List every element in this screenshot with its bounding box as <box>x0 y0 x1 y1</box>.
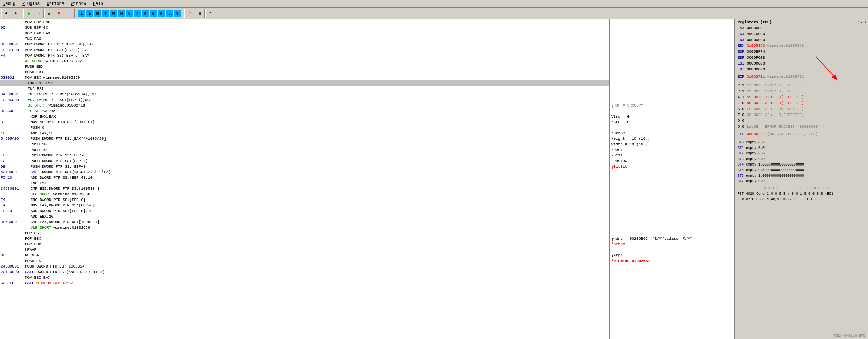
instr: CMP EAX,DWORD PTR DS:[1005338] <box>25 219 99 225</box>
disasm-line-call-winmine[interactable]: CFFFFF CALL winmine.010026A7 <box>0 280 609 286</box>
disasm-line[interactable]: FC 10 ADD DWORD PTR SS:[EBP-4],10 <box>0 175 609 180</box>
disasm-line[interactable]: ADD EBX,20 <box>0 214 609 219</box>
disasm-line[interactable]: PUSH ESI <box>0 258 609 264</box>
disasm-line[interactable]: F4 MOV DWORD PTR SS:[EBP-C],EAX <box>0 53 609 58</box>
flag-d-val: 0 <box>742 119 744 123</box>
disasm-scroll[interactable]: MOV EBP,ESP 0C SUB ESP,0C XOR EAX,EAX IN… <box>0 19 609 339</box>
tb-l[interactable]: L <box>78 10 85 17</box>
annot-height: Height = 10 (16.) <box>610 136 734 142</box>
disasm-line[interactable]: 00CC00 ┌PUSH 0CC0020 <box>0 108 609 114</box>
disasm-line-call-getdc[interactable]: 2C1 00001 CALL DWORD PTR DS:[<&USER32.Ge… <box>0 269 609 275</box>
disasm-line[interactable]: JL SHORT winmine.0100272A <box>0 58 609 64</box>
menu-plugins[interactable]: Plugins <box>21 1 41 7</box>
annot-width: Width = 10 (16.) <box>610 142 734 147</box>
disasm-line[interactable]: 530001 MOV EBX,winmine.01005360 <box>0 75 609 80</box>
disasm-line[interactable]: PUSH EBX <box>0 64 609 69</box>
disasm-line[interactable]: INC ESI <box>0 86 609 92</box>
disasm-line[interactable]: 5 205A00 PUSH DWORD PTR DS:[EAX*4+1005A2… <box>0 136 609 142</box>
disasm-line[interactable]: FC PUSH DWORD PTR SS:[EBP-4] <box>0 158 609 164</box>
addr <box>1 58 25 64</box>
tb-slash[interactable]: / <box>134 10 141 17</box>
disasm-line[interactable]: F4 MOV EAX,DWORD PTR SS:[EBP-C] <box>0 203 609 208</box>
disasm-line[interactable]: POP EBX <box>0 236 609 241</box>
disasm-line[interactable]: 34530001 CMP DWORD PTR DS:[1005334],ESI <box>0 92 609 97</box>
annot-scroll: ┌ROP = SRCCOPY VSrc = 0 XSro = 0 hSrcDC … <box>610 19 734 339</box>
disasm-line[interactable]: LEAVE <box>0 247 609 253</box>
disasm-line[interactable]: MOV ESI,EAX <box>0 275 609 280</box>
disasm-line[interactable]: PUSH EBX <box>0 69 609 75</box>
instr: MOV EBX,winmine.01005360 <box>25 75 94 80</box>
disasm-line[interactable]: 1F AND EAX,1F <box>0 130 609 136</box>
tb-r[interactable]: R <box>158 10 165 17</box>
reg-nav-left[interactable]: ‹ <box>857 20 859 24</box>
tb-w[interactable]: W <box>110 10 117 17</box>
disasm-line[interactable]: JLE SHORT winmine.010026C9 <box>0 225 609 230</box>
tb-k[interactable]: K <box>142 10 149 17</box>
tb-dots[interactable]: ... <box>166 10 173 17</box>
disasm-line[interactable]: 00 RETN 4 <box>0 253 609 258</box>
tb-grid[interactable]: ▦ <box>196 9 205 18</box>
disasm-line[interactable]: 38530001 CMP EAX,DWORD PTR DS:[1005338] <box>0 219 609 225</box>
disasm-line-call-bitblt[interactable]: 5C100001 CALL DWORD PTR DS:[<&GDI32.BitB… <box>0 169 609 175</box>
disasm-line[interactable]: 34530001 CMP ESI,DWORD PTR DS:[1005334] <box>0 186 609 192</box>
tb-t[interactable]: T <box>102 10 109 17</box>
flag-p-name: P <box>738 89 742 93</box>
disasm-line[interactable]: F8 37000 MOV DWORD PTR SS:[EBP-8],37 <box>0 47 609 53</box>
disasm-line[interactable]: XOR EAX,EAX <box>0 31 609 36</box>
addr: 530001 <box>1 75 25 80</box>
disasm-line[interactable]: XOR EAX,EAX <box>0 114 609 119</box>
tb-restart[interactable]: ↺ <box>44 9 53 18</box>
disasm-panel[interactable]: MOV EBP,ESP 0C SUB ESP,0C XOR EAX,EAX IN… <box>0 19 610 339</box>
disasm-line[interactable]: POP ESI <box>0 230 609 236</box>
disasm-line[interactable]: 08 PUSH DWORD PTR SS:[EBP+8] <box>0 164 609 169</box>
disasm-line[interactable]: F8 10 ADD DWORD PTR SS:[EBP-8],10 <box>0 208 609 214</box>
disasm-line[interactable]: POP EBX <box>0 241 609 247</box>
disasm-line[interactable]: MOV EBP,ESP <box>0 19 609 25</box>
menu-window[interactable]: Window <box>70 1 87 7</box>
disasm-line[interactable]: PUSH 10 <box>0 142 609 147</box>
tb-e[interactable]: E <box>86 10 93 17</box>
menu-debug[interactable]: Debug <box>1 1 17 7</box>
toolbar-sep-3 <box>183 9 185 18</box>
reg-edi-name: EDI <box>738 67 747 71</box>
disasm-line[interactable]: 3 MOV AL,BYTE PTR DS:[EBX+ESI] <box>0 119 609 125</box>
tb-b[interactable]: B <box>150 10 157 17</box>
addr <box>1 142 25 147</box>
tb-left-arrow[interactable]: ◄ <box>1 9 10 18</box>
flag-c-val: 1 <box>742 83 747 87</box>
addr: 5C100001 <box>1 169 25 175</box>
tb-s[interactable]: S <box>174 10 181 17</box>
annot-text: VSrc = 0 <box>611 115 630 119</box>
disasm-line[interactable]: FC 0C000 MOV DWORD PTR SS:[EBP-4],0C <box>0 97 609 103</box>
disasm-line[interactable]: JL SHORT winmine.01002718 <box>0 103 609 108</box>
reg-esi-name: ESI <box>738 61 747 66</box>
reg-nav-close[interactable]: › <box>864 20 867 24</box>
tb-pause[interactable]: ⏸ <box>35 9 44 18</box>
tb-run[interactable]: ▶ <box>25 9 34 18</box>
disasm-line[interactable]: JLE SHORT winmine.010026DB <box>0 192 609 197</box>
tb-right-arrow[interactable]: ► <box>11 9 20 18</box>
addr: 2C1 00001 <box>1 269 25 275</box>
tb-c[interactable]: C <box>126 10 133 17</box>
disasm-line[interactable]: INC ESI <box>0 180 609 186</box>
disasm-line[interactable]: INC EAX <box>0 36 609 42</box>
tb-stop[interactable]: ■ <box>54 9 63 18</box>
reg-nav-right[interactable]: ‹ <box>861 20 863 24</box>
tb-step-into[interactable]: ↓ <box>64 9 73 18</box>
disasm-line[interactable]: PUSH 10 <box>0 147 609 153</box>
disasm-line[interactable]: PUSH 0 <box>0 125 609 130</box>
disasm-line[interactable]: 38530001 CMP DWORD PTR DS:[1005338],EAX <box>0 42 609 47</box>
menu-help[interactable]: Help <box>92 1 104 7</box>
disasm-line[interactable]: 245B0001 PUSH DWORD PTR DS:[1005B24] <box>0 264 609 269</box>
tb-m[interactable]: M <box>94 10 101 17</box>
addr <box>1 258 25 264</box>
tb-list[interactable]: ≡ <box>186 9 195 18</box>
disasm-line-current[interactable]: ┌XOR ESI,ESI <box>0 80 609 86</box>
tb-help[interactable]: ? <box>205 9 214 18</box>
menu-options[interactable]: Options <box>45 1 65 7</box>
disasm-line[interactable]: 0C SUB ESP,0C <box>0 25 609 31</box>
tb-h[interactable]: H <box>118 10 125 17</box>
eip-arrow-icon <box>812 53 840 81</box>
disasm-line[interactable]: F8 PUSH DWORD PTR SS:[EBP-8] <box>0 153 609 158</box>
disasm-line[interactable]: F4 INC DWORD PTR SS:[EBP-C] <box>0 197 609 203</box>
